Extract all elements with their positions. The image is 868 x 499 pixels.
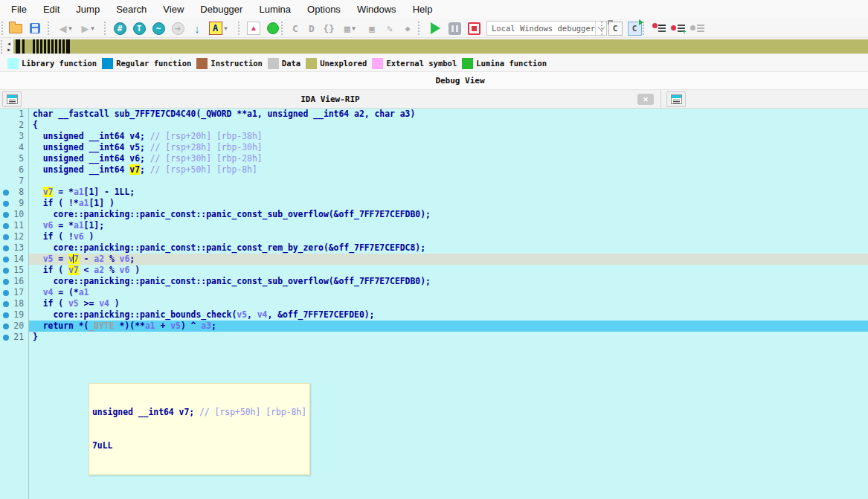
code-text[interactable]: if ( v5 >= v4 ) [33, 298, 120, 309]
create-enum-button[interactable]: ▦▼ [338, 20, 363, 36]
toolbar-grip[interactable] [104, 22, 109, 35]
code-line-7[interactable]: 7 [0, 176, 868, 187]
code-line-18[interactable]: 18 if ( v5 >= v4 ) [0, 298, 868, 309]
code-line-17[interactable]: 17 v4 = (*a1 [0, 287, 868, 298]
menu-item-options[interactable]: Options [299, 0, 349, 19]
code-text[interactable]: { [33, 120, 38, 131]
panel-window-button[interactable] [2, 91, 22, 107]
code-text[interactable]: } [33, 332, 38, 343]
jump-entry-button[interactable]: ↓ [187, 20, 207, 36]
jump-name-button[interactable]: T [129, 20, 149, 36]
line-number: 18 [0, 298, 24, 309]
remove-breakpoint-button[interactable] [687, 20, 707, 36]
menu-item-windows[interactable]: Windows [349, 0, 405, 19]
code-line-1[interactable]: 1char __fastcall sub_7FF7E7CD4C40(_QWORD… [0, 109, 868, 120]
code-text[interactable]: if ( v7 < a2 % v6 ) [33, 265, 140, 276]
code-line-5[interactable]: 5 unsigned __int64 v6; // [rsp+30h] [rbp… [0, 153, 868, 164]
code-text[interactable]: v6 = *a1[1]; [33, 220, 104, 231]
create-struct-button[interactable]: {} [320, 20, 338, 36]
code-line-11[interactable]: 11 v6 = *a1[1]; [0, 220, 868, 231]
tooltip-value: 7uLL [92, 440, 112, 451]
menu-item-jump[interactable]: Jump [68, 0, 108, 19]
menu-item-file[interactable]: File [3, 0, 35, 19]
create-code-button[interactable]: C [287, 20, 303, 36]
toolbar-grip[interactable] [643, 22, 647, 35]
toolbar-grip[interactable] [238, 22, 242, 35]
code-line-6[interactable]: 6 unsigned __int64 v7; // [rsp+50h] [rbp… [0, 164, 868, 176]
code-text[interactable]: unsigned __int64 v5; // [rsp+28h] [rbp-3… [33, 142, 263, 153]
code-line-12[interactable]: 12 if ( !v6 ) [0, 231, 868, 242]
source-c-run-button[interactable]: C [625, 20, 644, 36]
code-line-14[interactable]: 14 v5 = v7 - a2 % v6; [0, 254, 868, 265]
run-analysis-button[interactable]: ▲ [244, 20, 263, 36]
edit-function-button[interactable]: ✎ [381, 20, 399, 36]
add-breakpoint-button[interactable]: + [668, 20, 687, 36]
jump-function-button[interactable]: ~ [149, 20, 168, 36]
code-text[interactable]: char __fastcall sub_7FF7E7CD4C40(_QWORD … [33, 109, 415, 120]
toolbar-grip[interactable] [281, 22, 286, 35]
jump-xref-button[interactable]: ➔ [168, 20, 187, 36]
code-line-13[interactable]: 13 core::panicking::panic_const::panic_c… [0, 242, 868, 254]
code-text[interactable]: unsigned __int64 v6; // [rsp+30h] [rbp-2… [33, 153, 263, 164]
code-line-8[interactable]: 8 v7 = *a1[1] - 1LL; [0, 187, 868, 198]
debugger-select[interactable]: Local Windows debugger [486, 21, 607, 36]
menu-item-search[interactable]: Search [108, 0, 155, 19]
create-array-button[interactable]: ▣ [363, 20, 381, 36]
navigate-forward-button[interactable]: ▶▼ [77, 20, 100, 36]
toolbar-grip[interactable] [48, 22, 52, 35]
menu-item-lumina[interactable]: Lumina [251, 0, 299, 19]
menu-item-edit[interactable]: Edit [35, 0, 68, 19]
navigation-band[interactable] [13, 39, 868, 54]
tab-debug-view[interactable]: Debug View [435, 76, 484, 86]
code-text[interactable]: core::panicking::panic_const::panic_cons… [33, 209, 431, 220]
source-c-button[interactable]: C [605, 20, 625, 36]
patch-program-button[interactable]: ◆ [399, 20, 417, 36]
code-text[interactable]: v7 = *a1[1] - 1LL; [33, 187, 135, 198]
open-file-button[interactable] [6, 20, 25, 36]
save-file-button[interactable] [25, 20, 45, 36]
code-line-9[interactable]: 9 if ( !*a1[1] ) [0, 198, 868, 209]
code-line-19[interactable]: 19 core::panicking::panic_bounds_check(v… [0, 309, 868, 321]
menu-item-debugger[interactable]: Debugger [192, 0, 251, 19]
code-text[interactable]: v4 = (*a1 [33, 287, 89, 298]
code-text[interactable]: return *(_BYTE *)(**a1 + v5) ^ a3; [33, 321, 216, 332]
toolbar-grip[interactable] [418, 22, 422, 35]
back-arrow-icon: ◀ [60, 24, 67, 33]
code-line-4[interactable]: 4 unsigned __int64 v5; // [rsp+28h] [rbp… [0, 142, 868, 153]
pause-process-button[interactable] [445, 20, 464, 36]
menu-item-help[interactable]: Help [405, 0, 441, 19]
code-line-2[interactable]: 2{ [0, 120, 868, 131]
code-text[interactable]: v5 = v7 - a2 % v6; [33, 254, 135, 265]
secondary-window-button[interactable] [666, 91, 686, 107]
jump-name-icon: T [133, 22, 146, 35]
code-line-15[interactable]: 15 if ( v7 < a2 % v6 ) [0, 265, 868, 276]
create-data-button[interactable]: D [303, 20, 320, 36]
navigate-back-button[interactable]: ◀▼ [55, 20, 77, 36]
code-text[interactable]: core::panicking::panic_bounds_check(v5, … [33, 309, 374, 321]
navband-scroll-arrows[interactable]: ◂ ▸ [5, 39, 13, 54]
close-panel-button[interactable]: ✕ [637, 94, 654, 105]
code-text[interactable]: unsigned __int64 v4; // [rsp+20h] [rbp-3… [33, 131, 263, 142]
line-number: 9 [0, 198, 24, 209]
code-line-3[interactable]: 3 unsigned __int64 v4; // [rsp+20h] [rbp… [0, 131, 868, 142]
text-search-button[interactable]: A▼ [207, 20, 231, 36]
code-line-10[interactable]: 10 core::panicking::panic_const::panic_c… [0, 209, 868, 220]
letter-a-icon: A [209, 22, 222, 35]
navband-left-arrow-icon[interactable]: ◂ [7, 41, 10, 47]
code-line-20[interactable]: 20 return *(_BYTE *)(**a1 + v5) ^ a3; [0, 321, 868, 332]
code-text[interactable]: unsigned __int64 v7; // [rsp+50h] [rbp-8… [33, 164, 257, 176]
panel-title[interactable]: IDA View-RIP [22, 90, 638, 108]
code-line-16[interactable]: 16 core::panicking::panic_const::panic_c… [0, 276, 868, 287]
navband-right-arrow-icon[interactable]: ▸ [7, 47, 10, 53]
start-process-button[interactable] [425, 20, 445, 36]
breakpoint-list-button[interactable] [649, 20, 668, 36]
code-text[interactable]: core::panicking::panic_const::panic_cons… [33, 242, 425, 254]
menu-item-view[interactable]: View [155, 0, 192, 19]
pseudocode-view[interactable]: 1char __fastcall sub_7FF7E7CD4C40(_QWORD… [0, 109, 868, 499]
code-text[interactable]: if ( !v6 ) [33, 231, 94, 242]
jump-address-button[interactable]: # [110, 20, 129, 36]
code-line-21[interactable]: 21} [0, 332, 868, 343]
code-text[interactable]: core::panicking::panic_const::panic_cons… [33, 276, 431, 287]
stop-process-button[interactable] [464, 20, 483, 36]
code-text[interactable]: if ( !*a1[1] ) [33, 198, 115, 209]
